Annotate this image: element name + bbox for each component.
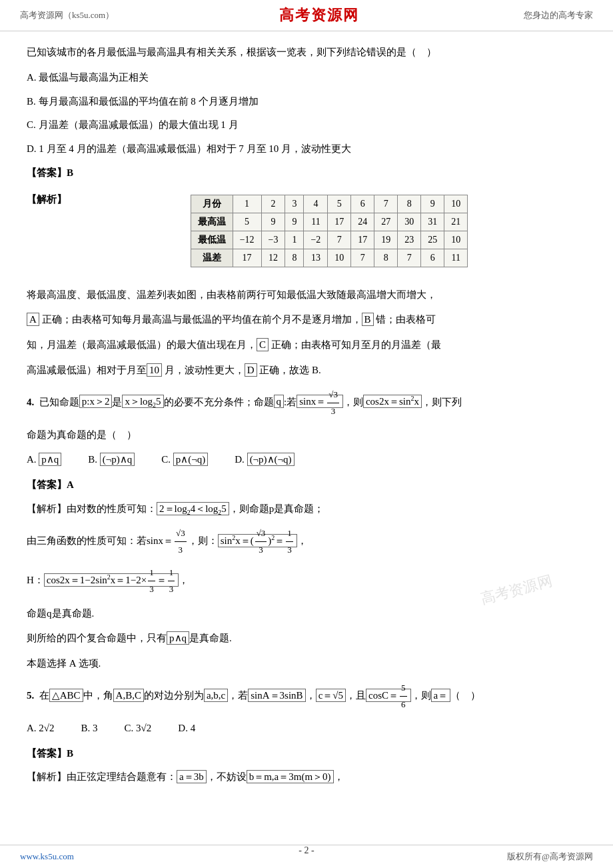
q3-intro: 已知该城市的各月最低温与最高温具有相关关系，根据该一览表，则下列结论错误的是（ … xyxy=(27,43,586,62)
q4-text: 4. 已知命题p:x＞2是x＞log25的必要不充分条件；命题q:若sinx＝√… xyxy=(27,387,586,419)
q3-option-c: C. 月温差（最高温减最低温）的最大值出现 1 月 xyxy=(27,116,586,135)
q4-sol1: 【解析】由对数的性质可知：2＝log24＜log25，则命题p是真命题； xyxy=(27,500,586,519)
q3-option-b: B. 每月最高温和最低温的平均值在前 8 个月逐月增加 xyxy=(27,93,586,111)
q5-opt-a: A. 2√2 xyxy=(27,719,55,738)
header-left: 高考资源网（ks5u.com） xyxy=(20,9,114,21)
q5-opt-b: B. 3 xyxy=(81,719,98,738)
q3-sol-line1: 将最高温度、最低温度、温差列表如图，由表格前两行可知最低温大致随最高温增大而增大… xyxy=(27,286,586,305)
q4-answer: 【答案】A xyxy=(27,476,586,495)
q5-opt-c: C. 3√2 xyxy=(125,719,152,738)
page-header: 高考资源网（ks5u.com） 高考资源网 您身边的高考专家 xyxy=(0,0,613,31)
q4-opt-d: D. (¬p)∧(¬q) xyxy=(235,451,294,469)
q4-sol3: H：cos2x＝1−2sin2x＝1−2×13＝13， xyxy=(27,565,586,597)
main-content: 已知该城市的各月最低温与最高温具有相关关系，根据该一览表，则下列结论错误的是（ … xyxy=(0,31,613,833)
page-footer: www.ks5u.com 版权所有@高考资源网 xyxy=(0,845,613,868)
q3-sol-line3: 知，月温差（最高温减最低温）的最大值出现在月，C 正确；由表格可知月至月的月温差… xyxy=(27,336,586,355)
q3-sol-line4: 高温减最低温）相对于月至10 月，波动性更大，D 正确，故选 B. xyxy=(27,361,586,380)
q3-option-a: A. 最低温与最高温为正相关 xyxy=(27,69,586,87)
q5-opt-d: D. 4 xyxy=(178,719,195,738)
row-min-temp-label: 最低温 xyxy=(191,231,233,249)
q5-text: 5. 在△ABC中，角A,B,C的对边分别为a,b,c，若sinA＝3sinB，… xyxy=(27,680,586,713)
q3-answer: 【答案】B xyxy=(27,164,586,183)
q4-opt-c: C. p∧(¬q) xyxy=(161,451,208,469)
header-right: 您身边的高考专家 xyxy=(524,9,593,21)
col-yufen: 月份 xyxy=(191,195,233,213)
solution-label: 【解析】 xyxy=(27,188,67,206)
q5-answer: 【答案】B xyxy=(27,745,586,763)
footer-left: www.ks5u.com xyxy=(20,851,74,862)
q4-opt-b: B. (¬p)∧q xyxy=(88,451,135,469)
q4-sol4: 命题q是真命题. xyxy=(27,605,586,623)
q4-options: A. p∧q B. (¬p)∧q C. p∧(¬q) D. (¬p)∧(¬q) xyxy=(27,451,586,469)
row-diff-label: 温差 xyxy=(191,249,233,267)
q3-option-d: D. 1 月至 4 月的温差（最高温减最低温）相对于 7 月至 10 月，波动性… xyxy=(27,140,586,159)
q4-text2: 命题为真命题的是（ ） xyxy=(27,426,586,445)
q4-sol2: 由三角函数的性质可知：若sinx＝√33，则：sin2x＝(√33)2＝13， xyxy=(27,525,586,558)
q4-sol6: 本题选择 A 选项. xyxy=(27,655,586,673)
q5-sol1: 【解析】由正弦定理结合题意有：a＝3b，不妨设b＝m,a＝3m(m＞0)， xyxy=(27,768,586,787)
q3-sol-line2: A 正确；由表格可知每月最高温与最低温的平均值在前个月不是逐月增加，B 错；由表… xyxy=(27,311,586,329)
q3-solution-block: 【解析】 月份 1 2 3 4 5 6 7 8 9 10 最高温 5 9 9 1… xyxy=(27,188,586,277)
q4-sol5: 则所给的四个复合命题中，只有p∧q是真命题. xyxy=(27,629,586,648)
data-table: 月份 1 2 3 4 5 6 7 8 9 10 最高温 5 9 9 11 17 … xyxy=(191,195,468,267)
row-max-temp-label: 最高温 xyxy=(191,213,233,231)
footer-right: 版权所有@高考资源网 xyxy=(507,851,593,863)
q4-opt-a: A. p∧q xyxy=(27,451,61,469)
q5-options: A. 2√2 B. 3 C. 3√2 D. 4 xyxy=(27,719,586,738)
header-center: 高考资源网 xyxy=(279,5,359,25)
